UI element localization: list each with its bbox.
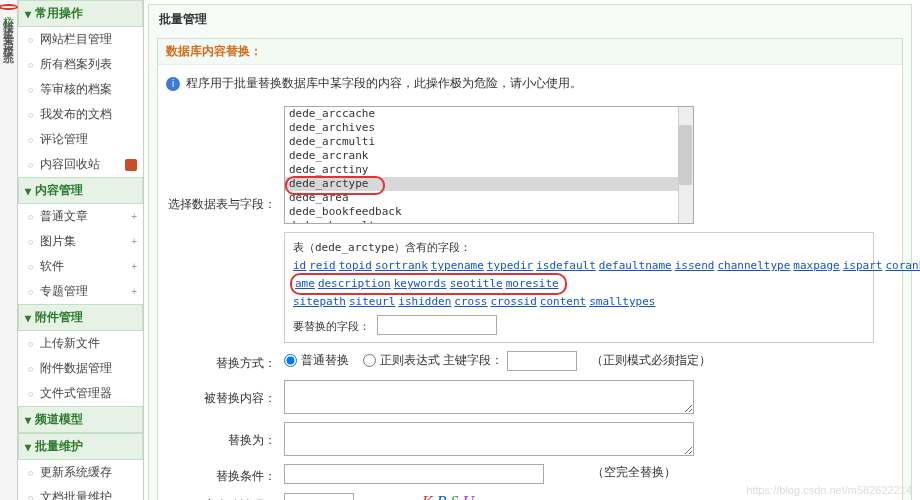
field-link[interactable]: ishidden	[398, 295, 451, 308]
field-link[interactable]: typename	[431, 259, 484, 272]
fields-highlighted: amedescriptionkeywordsseotitlemoresite	[293, 275, 564, 293]
sidebar-item[interactable]: 所有档案列表	[18, 52, 143, 77]
captcha-image: KBSU	[422, 493, 478, 501]
field-link[interactable]: keywords	[394, 277, 447, 290]
table-select-list[interactable]: dede_arccache dede_archives dede_arcmult…	[284, 106, 694, 224]
sidebar-group-channel[interactable]: ▾频道模型	[18, 406, 143, 433]
field-link[interactable]: crossid	[490, 295, 536, 308]
fields-box: 表（dede_arctype）含有的字段： idreidtopidsortran…	[284, 232, 874, 343]
main-content: 批量管理 数据库内容替换： i 程序用于批量替换数据库中某字段的内容，此操作极为…	[144, 0, 920, 500]
watermark: https://blog.csdn.net/m582622214	[746, 484, 912, 496]
sidebar: ▾常用操作 网站栏目管理 所有档案列表 等审核的档案 我发布的文档 评论管理 内…	[18, 0, 144, 500]
sidebar-item[interactable]: 附件数据管理	[18, 356, 143, 381]
sidebar-item[interactable]: 更新系统缓存	[18, 460, 143, 485]
section-title: 数据库内容替换：	[158, 39, 902, 65]
scrollbar[interactable]	[678, 107, 693, 223]
field-link[interactable]: smalltypes	[589, 295, 655, 308]
primary-key-input[interactable]	[507, 351, 577, 371]
field-link[interactable]: corank	[885, 259, 920, 272]
sidebar-item[interactable]: 我发布的文档	[18, 102, 143, 127]
sidebar-item[interactable]: 评论管理	[18, 127, 143, 152]
info-icon: i	[166, 77, 180, 91]
radio-label-regex: 正则表达式 主键字段：	[380, 352, 503, 369]
radio-label-normal: 普通替换	[301, 352, 349, 369]
sidebar-item[interactable]: 图片集+	[18, 229, 143, 254]
sidebar-item[interactable]: 上传新文件	[18, 331, 143, 356]
field-link[interactable]: channeltype	[717, 259, 790, 272]
field-link[interactable]: moresite	[506, 277, 559, 290]
radio-mode-normal[interactable]	[284, 354, 297, 367]
label-condition: 替换条件：	[166, 464, 276, 485]
field-link[interactable]: sitepath	[293, 295, 346, 308]
field-link[interactable]: cross	[454, 295, 487, 308]
warning-text: 程序用于批量替换数据库中某字段的内容，此操作极为危险，请小心使用。	[186, 75, 582, 92]
field-link[interactable]: seotitle	[450, 277, 503, 290]
label-field-to-replace: 要替换的字段：	[293, 320, 370, 333]
recycle-icon	[125, 159, 137, 171]
sidebar-item[interactable]: 软件+	[18, 254, 143, 279]
sidebar-item[interactable]: 等审核的档案	[18, 77, 143, 102]
panel-title: 批量管理	[149, 5, 911, 34]
label-mode: 替换方式：	[166, 351, 276, 372]
field-link[interactable]: siteurl	[349, 295, 395, 308]
radio-mode-regex[interactable]	[363, 354, 376, 367]
field-name-input[interactable]	[377, 315, 497, 335]
sidebar-item[interactable]: 普通文章+	[18, 204, 143, 229]
label-replace: 替换为：	[166, 422, 276, 449]
content-target-textarea[interactable]	[284, 422, 694, 456]
label-select-table: 选择数据表与字段：	[166, 106, 276, 213]
sidebar-item[interactable]: 文件式管理器	[18, 381, 143, 406]
warning-row: i 程序用于批量替换数据库中某字段的内容，此操作极为危险，请小心使用。	[158, 65, 902, 102]
label-captcha: 安全确认码：	[166, 493, 276, 501]
field-link[interactable]: defaultname	[599, 259, 672, 272]
field-link[interactable]: typedir	[487, 259, 533, 272]
field-link[interactable]: sortrank	[375, 259, 428, 272]
rail-item[interactable]: 系统	[2, 40, 14, 46]
field-link[interactable]: isdefault	[536, 259, 596, 272]
fields-header: 表（dede_arctype）含有的字段：	[293, 239, 865, 257]
sidebar-item[interactable]: 网站栏目管理	[18, 27, 143, 52]
sidebar-item[interactable]: 内容回收站	[18, 152, 143, 177]
sidebar-item[interactable]: 专题管理+	[18, 279, 143, 304]
field-link[interactable]: description	[318, 277, 391, 290]
field-link[interactable]: ame	[295, 277, 315, 290]
field-link[interactable]: ispart	[843, 259, 883, 272]
sidebar-group-attach[interactable]: ▾附件管理	[18, 304, 143, 331]
label-content: 被替换内容：	[166, 380, 276, 407]
field-link[interactable]: content	[540, 295, 586, 308]
condition-hint: （空完全替换）	[592, 464, 676, 481]
sidebar-item[interactable]: 文档批量维护	[18, 485, 143, 500]
field-link[interactable]: id	[293, 259, 306, 272]
mode-hint: （正则模式必须指定）	[591, 352, 711, 369]
condition-input[interactable]	[284, 464, 544, 484]
left-rail: 核心 模块 生成 采集 会员 模板 系统	[0, 0, 18, 500]
sidebar-group-content[interactable]: ▾内容管理	[18, 177, 143, 204]
table-option-selected: dede_arctype	[285, 177, 693, 191]
field-link[interactable]: maxpage	[793, 259, 839, 272]
field-link[interactable]: topid	[339, 259, 372, 272]
field-link[interactable]: issend	[675, 259, 715, 272]
captcha-input[interactable]	[284, 493, 354, 501]
content-source-textarea[interactable]	[284, 380, 694, 414]
field-link[interactable]: reid	[309, 259, 336, 272]
sidebar-group-batch[interactable]: ▾批量维护	[18, 433, 143, 460]
sidebar-group-common[interactable]: ▾常用操作	[18, 0, 143, 27]
